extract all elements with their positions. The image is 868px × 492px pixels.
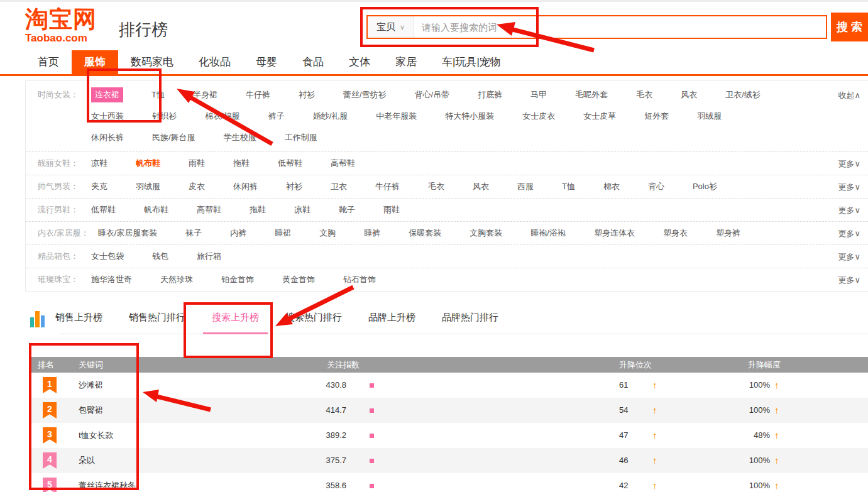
category-item[interactable]: 半身裙	[193, 87, 217, 102]
category-item[interactable]: 雨鞋	[383, 202, 400, 217]
rank-tab[interactable]: 销售上升榜	[55, 312, 102, 334]
category-item[interactable]: 休闲裤	[233, 179, 258, 194]
category-item[interactable]: 衬衫	[299, 87, 315, 102]
category-item[interactable]: 帆布鞋	[136, 156, 160, 171]
category-item[interactable]: 女士皮衣	[522, 109, 555, 124]
nav-tab[interactable]: 化妆品	[186, 50, 243, 74]
category-item[interactable]: 棉衣	[603, 179, 620, 194]
category-item[interactable]: 文胸	[319, 226, 336, 241]
category-item[interactable]: 钻石首饰	[343, 272, 376, 287]
category-more-link[interactable]: 更多∨	[838, 156, 860, 172]
category-item[interactable]: 中老年服装	[376, 109, 417, 124]
category-item[interactable]: 袜子	[185, 226, 202, 241]
rank-tab[interactable]: 销售热门排行	[129, 312, 185, 334]
category-item[interactable]: 蕾丝/雪纺衫	[343, 87, 387, 102]
category-more-link[interactable]: 更多∨	[838, 249, 860, 265]
category-item[interactable]: 背心	[648, 179, 664, 194]
nav-tab[interactable]: 车|玩具|宠物	[429, 50, 514, 74]
category-item[interactable]: 钱包	[152, 249, 168, 264]
category-item[interactable]: 低帮鞋	[278, 156, 302, 171]
category-item[interactable]: 保暖套装	[409, 226, 441, 241]
category-item[interactable]: 工作制服	[285, 130, 317, 145]
nav-tab[interactable]: 数码家电	[118, 50, 186, 74]
category-item[interactable]: 天然珍珠	[160, 272, 193, 287]
nav-tab[interactable]: 母婴	[243, 50, 290, 74]
keyword-link[interactable]: 包臀裙	[79, 398, 103, 423]
nav-tab[interactable]: 文体	[336, 50, 383, 74]
category-item[interactable]: 文胸套装	[470, 226, 502, 241]
category-item[interactable]: 卫衣	[331, 179, 347, 194]
category-item[interactable]: 民族/舞台服	[152, 130, 195, 145]
nav-tab[interactable]: 首页	[25, 50, 72, 74]
category-more-link[interactable]: 更多∨	[838, 203, 860, 218]
category-item[interactable]: Polo衫	[693, 179, 717, 194]
category-item[interactable]: 短外套	[644, 109, 669, 124]
category-item[interactable]: 打底裤	[478, 87, 502, 102]
keyword-link[interactable]: t恤女长款	[79, 423, 114, 448]
category-item[interactable]: 西服	[517, 179, 534, 194]
category-item[interactable]: 学生校服	[224, 130, 256, 145]
category-item[interactable]: 低帮鞋	[91, 202, 116, 217]
category-item[interactable]: 内裤	[230, 226, 246, 241]
category-item[interactable]: 女士皮草	[583, 109, 616, 124]
category-item[interactable]: 棉衣/棉服	[205, 109, 240, 124]
category-item[interactable]: 拖鞋	[233, 156, 250, 171]
category-item[interactable]: 塑身裤	[716, 226, 740, 241]
category-more-link[interactable]: 更多∨	[838, 273, 860, 288]
category-item[interactable]: 牛仔裤	[375, 179, 400, 194]
search-button[interactable]: 搜 索	[831, 13, 868, 41]
category-item[interactable]: 羽绒服	[136, 179, 160, 194]
category-item[interactable]: 施华洛世奇	[91, 272, 132, 287]
category-item[interactable]: 帆布鞋	[144, 202, 168, 217]
category-more-link[interactable]: 收起∧	[838, 88, 860, 103]
category-item[interactable]: 靴子	[339, 202, 355, 217]
keyword-link[interactable]: 蕾丝连衣裙秋冬	[79, 473, 136, 492]
keyword-link[interactable]: 朵以	[79, 448, 95, 473]
category-item[interactable]: 裤子	[268, 109, 285, 124]
category-item[interactable]: 背心/吊带	[415, 87, 450, 102]
category-item[interactable]: 塑身衣	[663, 226, 688, 241]
category-item[interactable]: 风衣	[681, 87, 697, 102]
nav-tab[interactable]: 服饰	[72, 50, 118, 74]
category-item[interactable]: 睡裤	[364, 226, 380, 241]
category-item[interactable]: 风衣	[473, 179, 489, 194]
taobao-logo[interactable]: 淘宝网 Taobao.com	[25, 8, 97, 43]
category-more-link[interactable]: 更多∨	[838, 180, 860, 195]
category-item[interactable]: 衬衫	[286, 179, 302, 194]
category-item[interactable]: 旅行箱	[197, 249, 221, 264]
nav-tab[interactable]: 家居	[383, 50, 429, 74]
category-item[interactable]: 高帮鞋	[331, 156, 355, 171]
category-item[interactable]: 铂金首饰	[221, 272, 254, 287]
rank-tab[interactable]: 品牌上升榜	[368, 312, 415, 334]
category-item[interactable]: 雨鞋	[189, 156, 205, 171]
category-item[interactable]: 婚纱/礼服	[313, 109, 348, 124]
category-item[interactable]: 毛衣	[428, 179, 444, 194]
category-item[interactable]: 凉鞋	[294, 202, 310, 217]
nav-tab[interactable]: 食品	[290, 50, 336, 74]
category-item[interactable]: 特大特小服装	[445, 109, 494, 124]
keyword-link[interactable]: 沙滩裙	[79, 373, 103, 398]
category-item[interactable]: 皮衣	[189, 179, 205, 194]
rank-tab[interactable]: 搜索上升榜	[212, 312, 259, 334]
category-more-link[interactable]: 更多∨	[838, 226, 860, 241]
rank-tab[interactable]: 搜索热门排行	[285, 312, 342, 334]
category-item[interactable]: 马甲	[530, 87, 547, 102]
search-input[interactable]	[414, 16, 826, 38]
category-item[interactable]: 毛呢外套	[575, 87, 608, 102]
category-item[interactable]: T恤	[151, 87, 165, 102]
category-item[interactable]: 高帮鞋	[197, 202, 221, 217]
category-item[interactable]: 凉鞋	[91, 156, 107, 171]
category-item[interactable]: 连衣裙	[91, 87, 123, 102]
category-item[interactable]: 牛仔裤	[246, 87, 270, 102]
category-item[interactable]: 休闲长裤	[91, 130, 124, 145]
category-item[interactable]: 夹克	[91, 179, 107, 194]
category-item[interactable]: 黄金首饰	[282, 272, 315, 287]
search-category-dropdown[interactable]: 宝贝 ∨	[368, 16, 414, 38]
category-item[interactable]: 羽绒服	[697, 109, 722, 124]
category-item[interactable]: 拖鞋	[250, 202, 266, 217]
category-item[interactable]: 塑身连体衣	[594, 226, 635, 241]
category-item[interactable]: 睡裙	[275, 226, 291, 241]
category-item[interactable]: T恤	[562, 179, 575, 194]
category-item[interactable]: 针织衫	[152, 109, 177, 124]
category-item[interactable]: 毛衣	[636, 87, 652, 102]
